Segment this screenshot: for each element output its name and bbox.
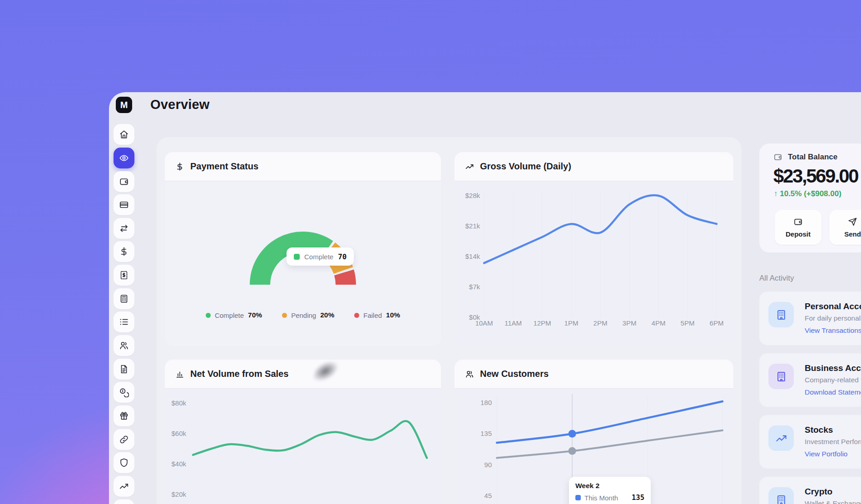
gross-volume-chart: $28k$21k$14k$7k$0k10AM11AM12PM1PM2PM3PM4…: [455, 181, 733, 346]
building-icon: [775, 494, 787, 504]
legend-item: Failed 10%: [354, 311, 400, 319]
card-title: Gross Volume (Daily): [480, 161, 571, 172]
tooltip-label: Complete: [304, 253, 333, 261]
users-icon: [465, 370, 474, 379]
send-icon: [848, 217, 857, 227]
balance-delta: ↑ 10.5% (+$908.00): [774, 189, 841, 198]
activity-item-business-account[interactable]: Business Account Company-related finance…: [759, 353, 861, 407]
sidebar-item-links[interactable]: [114, 429, 134, 450]
legend-value: 10%: [386, 311, 400, 319]
sidebar-item-users[interactable]: [114, 335, 134, 356]
svg-text:1PM: 1PM: [564, 319, 579, 327]
wallet-icon: [773, 153, 782, 162]
sidebar-item-coins[interactable]: [114, 382, 134, 403]
activity-subtitle: For daily personal expenses: [805, 314, 861, 322]
svg-text:135: 135: [480, 430, 492, 437]
new-customers-card: New Customers 1801359045 Week 2 This Mon…: [455, 360, 733, 504]
svg-text:5PM: 5PM: [681, 319, 695, 327]
calculator-icon: [119, 294, 129, 304]
gauge-tooltip: Complete 70: [287, 247, 354, 266]
tooltip-row: This Month 135: [575, 494, 644, 502]
svg-text:6PM: 6PM: [710, 319, 724, 327]
net-volume-card: Net Volume from Sales $80k$60k$40k$20k: [165, 360, 441, 504]
sidebar-item-transfers[interactable]: [114, 218, 134, 239]
tooltip-value: 70: [338, 252, 346, 261]
sidebar-item-documents[interactable]: [114, 359, 134, 380]
sidebar-item-security[interactable]: [114, 452, 134, 473]
wallet-icon: [793, 217, 803, 227]
bar-chart-icon: [175, 370, 184, 379]
deposit-button[interactable]: Deposit: [775, 210, 821, 245]
eye-icon: [119, 153, 129, 163]
app-logo[interactable]: M: [116, 97, 132, 113]
payment-status-header: Payment Status: [165, 152, 441, 181]
svg-text:$7k: $7k: [469, 283, 480, 291]
svg-text:$40k: $40k: [171, 460, 186, 468]
activity-item-crypto[interactable]: Crypto Wallet & Exchange: [759, 477, 861, 504]
activity-title: Business Account: [805, 363, 861, 373]
total-balance-card: Total Balance $23,569.00 ↑ 10.5% (+$908.…: [759, 143, 861, 252]
legend-label: Complete: [215, 311, 244, 319]
card-title: Net Volume from Sales: [190, 369, 288, 379]
tooltip-title: Week 2: [575, 482, 644, 490]
desktop: { "app": { "logo": "M", "title": "Overvi…: [0, 0, 861, 504]
net-volume-chart: $80k$60k$40k$20k: [165, 389, 441, 504]
activity-item-stocks[interactable]: Stocks Investment Performance View Portf…: [759, 415, 861, 469]
svg-text:11AM: 11AM: [505, 319, 522, 327]
net-volume-chart-area: $80k$60k$40k$20k: [165, 389, 441, 504]
sidebar-item-invoices[interactable]: [114, 265, 134, 286]
svg-text:$14k: $14k: [465, 252, 480, 260]
svg-text:12PM: 12PM: [533, 319, 551, 327]
gift-icon: [119, 411, 129, 421]
sidebar-item-rewards[interactable]: [114, 405, 134, 426]
activity-subtitle: Investment Performance: [805, 438, 861, 446]
card-title: New Customers: [480, 369, 549, 379]
file-text-icon: [119, 364, 129, 374]
sidebar-item-cards[interactable]: [114, 194, 134, 215]
activity-link[interactable]: View Portfolio: [805, 450, 847, 458]
trending-up-icon: [465, 162, 474, 171]
trending-up-icon: [119, 481, 129, 491]
icon-tile: [768, 302, 794, 327]
legend-dot-failed: [354, 313, 359, 318]
page-title: Overview: [150, 97, 210, 112]
new-customers-header: New Customers: [455, 360, 733, 389]
dollar-icon: [119, 247, 129, 257]
activity-subtitle: Wallet & Exchange: [805, 499, 861, 504]
sidebar-item-calculator[interactable]: [114, 288, 134, 309]
legend-dot-complete: [206, 313, 211, 318]
svg-text:2PM: 2PM: [594, 319, 608, 327]
send-button[interactable]: Send: [829, 210, 861, 245]
legend-value: 70%: [248, 311, 262, 319]
gross-volume-chart-area: $28k$21k$14k$7k$0k10AM11AM12PM1PM2PM3PM4…: [455, 181, 733, 346]
legend-item: Pending 20%: [282, 311, 334, 319]
sidebar-item-payments[interactable]: [114, 241, 134, 262]
sidebar-item-home[interactable]: [114, 124, 134, 145]
svg-text:$28k: $28k: [465, 192, 480, 199]
sidebar-item-list[interactable]: [114, 311, 134, 332]
svg-text:$80k: $80k: [171, 399, 186, 407]
activity-subtitle: Company-related finances: [805, 376, 861, 384]
balance-header: Total Balance: [773, 153, 837, 162]
receipt-dollar-icon: [119, 270, 129, 280]
svg-text:$20k: $20k: [171, 490, 186, 498]
dollar-icon: [175, 162, 184, 171]
week-tooltip: Week 2 This Month 135 Last Month 110: [569, 477, 651, 504]
sidebar-item-analytics[interactable]: [114, 476, 134, 497]
activity-link[interactable]: View Transactions: [805, 326, 861, 335]
activity-title: Personal Account: [805, 301, 861, 311]
balance-label: Total Balance: [788, 153, 837, 162]
svg-text:4PM: 4PM: [652, 319, 666, 327]
sidebar-item-more[interactable]: [114, 499, 134, 504]
payment-status-card: Payment Status Complete 70 Complete 70%: [165, 152, 441, 346]
sidebar-item-overview[interactable]: [114, 148, 134, 168]
cards-container: Payment Status Complete 70 Complete 70%: [157, 137, 742, 504]
activity-link[interactable]: Download Statement: [805, 388, 861, 396]
legend-chip: [294, 254, 300, 260]
svg-text:45: 45: [484, 492, 492, 499]
card-title: Payment Status: [190, 161, 258, 172]
sidebar-item-wallet[interactable]: [114, 171, 134, 192]
activity-item-personal-account[interactable]: Personal Account For daily personal expe…: [759, 292, 861, 345]
legend-value: 20%: [320, 311, 334, 319]
icon-tile: [768, 364, 794, 389]
